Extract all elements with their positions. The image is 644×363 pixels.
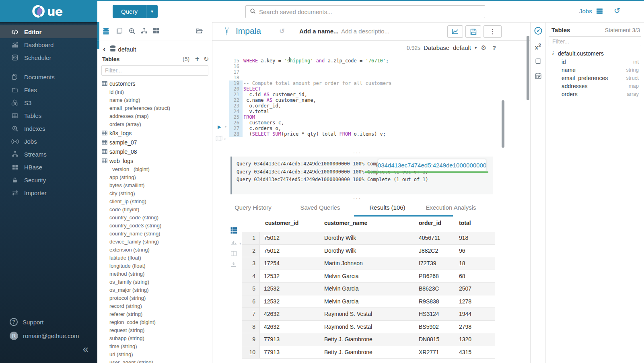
user-account[interactable]: R romain@gethue.com <box>10 332 79 340</box>
sidebar-item-indexes[interactable]: Indexes <box>0 122 97 135</box>
columns-icon[interactable] <box>230 251 237 258</box>
breadcrumb-database[interactable]: default <box>118 46 136 53</box>
resize-handle[interactable]: ··· <box>212 151 502 155</box>
table-row[interactable]: 612532Melvin GarciaR9S8381278 <box>242 295 495 308</box>
column-item[interactable]: bytes (smallint) <box>101 182 212 190</box>
sidebar-item-dashboard[interactable]: Dashboard <box>0 38 97 51</box>
download-icon[interactable] <box>230 262 237 269</box>
column-item[interactable]: app (string) <box>101 173 212 182</box>
tables-filter-input[interactable] <box>101 65 208 76</box>
column-item[interactable]: id (int) <box>101 88 212 96</box>
hue-logo[interactable]: ue <box>0 0 97 22</box>
table-row[interactable]: 742632Raymond S. VestalHS31241944 <box>242 308 495 321</box>
grid-view-icon[interactable] <box>230 227 237 235</box>
column-header-order-id[interactable]: order_id <box>419 220 441 226</box>
column-item[interactable]: latitude (float) <box>101 254 212 262</box>
language-reference-icon[interactable] <box>535 58 541 66</box>
resize-handle[interactable]: ··· <box>212 196 502 200</box>
column-item[interactable]: client_ip (string) <box>101 198 212 206</box>
jobs-link[interactable]: Jobs <box>579 8 592 14</box>
gear-icon[interactable]: ⚙ <box>481 44 486 52</box>
column-item[interactable]: method (string) <box>101 270 212 278</box>
column-item[interactable]: orders (array) <box>101 120 212 128</box>
column-row-id[interactable]: idint <box>546 58 644 66</box>
column-header-total[interactable]: total <box>459 220 471 226</box>
sidebar-item-documents[interactable]: Documents <box>0 70 97 83</box>
query-name-field[interactable]: Add a name... <box>299 28 339 35</box>
sidebar-item-importer[interactable]: Importer <box>0 186 97 199</box>
active-table-row[interactable]: i default.customers <box>546 49 604 58</box>
functions-icon[interactable]: x2 <box>535 43 541 51</box>
apps-grid-icon[interactable] <box>153 27 159 35</box>
add-table-icon[interactable]: + <box>195 55 200 63</box>
table-row[interactable]: 842632Raymond S. VestalBS59022798 <box>242 321 495 334</box>
help-icon[interactable]: ? <box>492 44 496 51</box>
editor-history-icon[interactable]: ↺ <box>279 27 285 35</box>
tab-saved-queries[interactable]: Saved Queries <box>300 204 340 211</box>
tab-execution-analysis[interactable]: Execution Analysis <box>426 204 476 211</box>
sidebar-item-scheduler[interactable]: Scheduler <box>0 51 97 64</box>
search-plus-icon[interactable] <box>128 27 136 36</box>
sidebar-item-files[interactable]: Files <box>0 83 97 96</box>
column-item[interactable]: region_code (bigint) <box>101 318 212 326</box>
column-row-addresses[interactable]: addressesmap <box>546 82 644 90</box>
column-item[interactable]: country_code (string) <box>101 214 212 222</box>
column-item[interactable]: os_family (string) <box>101 278 212 286</box>
table-row[interactable]: 1077913Betty J. GiambroneXR27714315 <box>242 346 495 359</box>
chevron-down-icon[interactable]: ▾ <box>224 137 226 141</box>
chart-button[interactable] <box>447 25 463 38</box>
column-item[interactable]: addresses (map) <box>101 112 212 120</box>
jobs-list-icon[interactable] <box>596 8 603 16</box>
table-row[interactable]: 977913Betty J. GiambroneDN88151320 <box>242 333 495 346</box>
main-scrollbar[interactable] <box>527 36 529 100</box>
more-actions-button[interactable]: ⋮ <box>484 25 502 38</box>
execute-button[interactable]: ▶ <box>218 123 221 130</box>
column-item[interactable]: code (tinyint) <box>101 206 212 214</box>
editor-scrollbar[interactable] <box>502 100 504 148</box>
execute-options-icon[interactable]: ▾ <box>224 124 227 129</box>
column-item[interactable]: device_family (string) <box>101 238 212 246</box>
table-row[interactable]: 412532Melvin GarciaPB626868 <box>242 270 495 283</box>
table-row[interactable]: 175012Dorothy Wilk4056711918 <box>242 232 495 245</box>
folder-open-icon[interactable] <box>195 27 203 36</box>
column-item[interactable]: name (string) <box>101 96 212 104</box>
query-history-icon[interactable]: ↺ <box>614 6 620 15</box>
chevron-down-icon[interactable]: ▾ <box>475 45 477 50</box>
sidebar-item-tables[interactable]: Tables <box>0 109 97 122</box>
column-item[interactable]: extension (string) <box>101 246 212 254</box>
column-item[interactable]: os_major (string) <box>101 286 212 294</box>
sidebar-item-support[interactable]: ? Support <box>10 318 44 326</box>
column-item[interactable]: url (string) <box>101 351 212 359</box>
table-item-web-logs[interactable]: web_logs <box>101 156 212 165</box>
query-id-tooltip[interactable]: 034d413ec7474ed5:4249de1000000000 <box>378 159 486 171</box>
table-row[interactable]: 317254Martin JohnsonI72T3918 <box>242 257 495 270</box>
engine-name[interactable]: Impala <box>236 26 261 36</box>
sitemap-icon[interactable] <box>141 27 148 36</box>
databases-icon[interactable] <box>102 27 110 37</box>
chevron-down-icon[interactable]: ▾ <box>146 5 158 18</box>
info-icon[interactable]: i <box>552 50 554 57</box>
chart-view-icon[interactable] <box>230 239 237 247</box>
sidebar-item-jobs[interactable]: Jobs <box>0 135 97 148</box>
database-select[interactable]: default <box>453 44 471 51</box>
assistant-compass-icon[interactable] <box>534 27 542 37</box>
column-item[interactable]: user_agent (string) <box>101 359 212 363</box>
tab-results-106[interactable]: Results (106) <box>369 204 405 211</box>
sidebar-item-editor[interactable]: Editor <box>0 25 97 38</box>
right-filter-input[interactable] <box>549 36 641 46</box>
table-row[interactable]: 512532Melvin GarciaB8623C2507 <box>242 283 495 295</box>
column-item[interactable]: record (string) <box>101 302 212 310</box>
column-header-customer-name[interactable]: customer_name <box>324 220 367 226</box>
back-chevron-icon[interactable]: ‹ <box>103 45 105 53</box>
query-description-field[interactable]: Add a descriptio... <box>341 28 389 35</box>
column-item[interactable]: city (string) <box>101 190 212 198</box>
documents-assist-icon[interactable] <box>115 27 123 36</box>
column-item[interactable]: time (string) <box>101 342 212 351</box>
column-row-name[interactable]: namestring <box>546 66 644 74</box>
explain-map-icon[interactable] <box>216 136 222 142</box>
column-item[interactable]: referer (string) <box>101 310 212 318</box>
column-item[interactable]: country_code3 (string) <box>101 222 212 230</box>
refresh-icon[interactable]: ↻ <box>204 55 209 63</box>
column-header-customer-id[interactable]: customer_id <box>265 220 298 226</box>
column-row-orders[interactable]: ordersarray <box>546 90 644 98</box>
